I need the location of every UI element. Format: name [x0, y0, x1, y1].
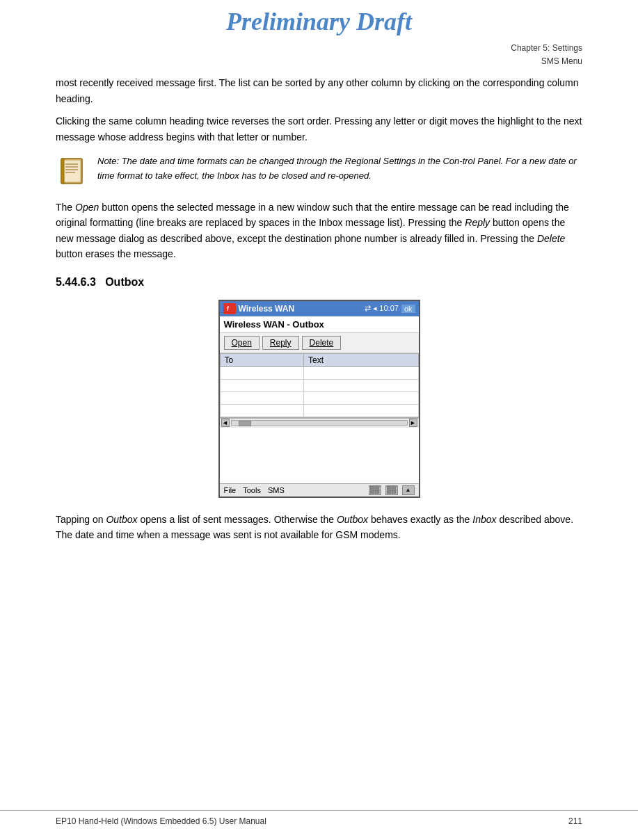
page-header: Preliminary Draft — [0, 0, 638, 39]
para4-outbox2: Outbox — [337, 514, 368, 525]
note-icon — [56, 154, 89, 190]
ok-button[interactable]: ok — [401, 305, 415, 313]
svg-rect-10 — [375, 486, 379, 490]
chapter-info: Chapter 5: Settings SMS Menu — [0, 39, 638, 68]
wm-window: f Wireless WAN ⇄ ◂ 10:07 ok Wireless WAN… — [218, 300, 420, 498]
section-number: 5.44.6.3 — [56, 276, 96, 288]
para3-reply: Reply — [465, 217, 490, 228]
scroll-left-arrow[interactable]: ◄ — [221, 419, 230, 427]
paragraph-1: most recently received message first. Th… — [56, 75, 582, 106]
taskbar-tools[interactable]: Tools — [243, 486, 261, 494]
chapter-line2: SMS Menu — [0, 55, 582, 68]
chapter-line1: Chapter 5: Settings — [0, 42, 582, 55]
wm-table: To Text — [220, 353, 419, 417]
taskbar-icon-grid2[interactable] — [385, 485, 398, 495]
para4-inbox: Inbox — [472, 514, 496, 525]
note-box: Note: The date and time formats can be c… — [56, 154, 582, 190]
paragraph-3: The Open button opens the selected messa… — [56, 200, 582, 262]
para3-open: Open — [75, 202, 99, 213]
footer-left: EP10 Hand-Held (Windows Embedded 6.5) Us… — [56, 816, 266, 826]
taskbar-icons: ▲ — [369, 485, 415, 495]
wm-titlebar: f Wireless WAN ⇄ ◂ 10:07 ok — [220, 301, 419, 316]
svg-rect-6 — [61, 159, 64, 184]
note-text: Note: The date and time formats can be c… — [97, 154, 582, 184]
section-heading: 5.44.6.3 Outbox — [56, 276, 582, 289]
paragraph-2: Clicking the same column heading twice r… — [56, 113, 582, 145]
para3-end: button erases the message. — [56, 248, 176, 259]
table-row[interactable] — [220, 404, 418, 417]
wm-toolbar: Open Reply Delete — [220, 333, 419, 353]
taskbar-file[interactable]: File — [224, 486, 237, 494]
delete-button[interactable]: Delete — [302, 336, 342, 350]
wm-taskbar: File Tools SMS — [220, 483, 419, 496]
note-content: Note: The date and time formats can be c… — [97, 156, 577, 181]
main-content: most recently received message first. Th… — [0, 68, 638, 577]
titlebar-left: f Wireless WAN — [223, 303, 295, 314]
paragraph-4: Tapping on Outbox opens a list of sent m… — [56, 512, 582, 543]
screenshot-container: f Wireless WAN ⇄ ◂ 10:07 ok Wireless WAN… — [56, 300, 582, 498]
para3-start: The — [56, 202, 75, 213]
scroll-track[interactable] — [231, 420, 408, 426]
start-icon[interactable]: f — [223, 303, 236, 314]
taskbar-sms[interactable]: SMS — [268, 486, 285, 494]
para4-mid1: opens a list of sent messages. Otherwise… — [138, 514, 337, 525]
table-header-row: To Text — [220, 353, 418, 366]
titlebar-title: Wireless WAN — [239, 304, 295, 314]
svg-rect-16 — [392, 490, 396, 494]
svg-rect-15 — [387, 490, 391, 494]
scroll-up-icon[interactable]: ▲ — [402, 485, 415, 495]
para4-start: Tapping on — [56, 514, 106, 525]
open-button[interactable]: Open — [224, 336, 260, 350]
col-text[interactable]: Text — [304, 353, 418, 366]
footer-right: 211 — [568, 816, 582, 826]
scroll-right-arrow[interactable]: ► — [409, 419, 417, 427]
reply-button[interactable]: Reply — [262, 336, 299, 350]
taskbar-icon-grid[interactable] — [369, 485, 381, 495]
horizontal-scrollbar[interactable]: ◄ ► — [220, 418, 419, 428]
para3-delete: Delete — [537, 233, 565, 244]
scroll-thumb[interactable] — [239, 421, 251, 426]
titlebar-icons: ⇄ ◂ 10:07 — [365, 304, 399, 313]
preliminary-draft-title: Preliminary Draft — [0, 7, 638, 36]
svg-rect-1 — [63, 160, 81, 182]
wm-empty-area — [220, 428, 419, 483]
col-to[interactable]: To — [220, 353, 304, 366]
svg-rect-14 — [392, 486, 396, 490]
svg-rect-11 — [370, 490, 374, 494]
para4-mid2: behaves exactly as the — [368, 514, 472, 525]
svg-rect-9 — [370, 486, 374, 490]
svg-rect-12 — [375, 490, 379, 494]
wm-subtitle: Wireless WAN - Outbox — [220, 316, 419, 333]
titlebar-right: ⇄ ◂ 10:07 ok — [365, 304, 415, 313]
table-row[interactable] — [220, 391, 418, 404]
section-title: Outbox — [105, 276, 144, 288]
page-footer: EP10 Hand-Held (Windows Embedded 6.5) Us… — [0, 810, 638, 826]
table-row[interactable] — [220, 366, 418, 379]
svg-rect-13 — [387, 486, 391, 490]
para4-outbox1: Outbox — [106, 514, 137, 525]
wm-table-container: To Text — [220, 353, 419, 418]
table-row[interactable] — [220, 379, 418, 391]
